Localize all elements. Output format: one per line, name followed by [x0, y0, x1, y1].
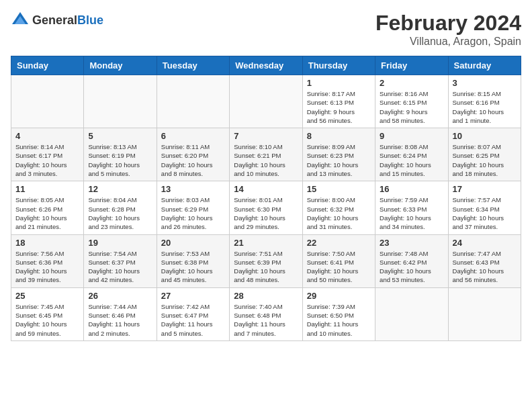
day-info: Sunrise: 8:16 AM Sunset: 6:15 PM Dayligh… — [380, 89, 443, 125]
location-title: Villanua, Aragon, Spain — [375, 36, 521, 48]
day-info: Sunrise: 7:45 AM Sunset: 6:45 PM Dayligh… — [15, 302, 79, 338]
day-number: 25 — [15, 291, 79, 301]
day-number: 27 — [161, 291, 225, 301]
day-info: Sunrise: 7:47 AM Sunset: 6:43 PM Dayligh… — [453, 249, 517, 285]
day-number: 24 — [453, 238, 517, 248]
day-info: Sunrise: 7:39 AM Sunset: 6:50 PM Dayligh… — [307, 302, 371, 338]
day-info: Sunrise: 7:50 AM Sunset: 6:41 PM Dayligh… — [307, 249, 371, 285]
header-thursday: Thursday — [302, 56, 375, 75]
day-info: Sunrise: 8:03 AM Sunset: 6:29 PM Dayligh… — [161, 195, 225, 231]
table-row: 10Sunrise: 8:07 AM Sunset: 6:25 PM Dayli… — [448, 128, 521, 181]
day-info: Sunrise: 8:13 AM Sunset: 6:19 PM Dayligh… — [88, 142, 152, 178]
table-row: 4Sunrise: 8:14 AM Sunset: 6:17 PM Daylig… — [11, 128, 84, 181]
logo-general: General — [32, 13, 77, 27]
table-row: 1Sunrise: 8:17 AM Sunset: 6:13 PM Daylig… — [302, 75, 375, 128]
table-row: 19Sunrise: 7:54 AM Sunset: 6:37 PM Dayli… — [84, 234, 157, 287]
header-saturday: Saturday — [448, 56, 521, 75]
day-number: 23 — [380, 238, 443, 248]
header-monday: Monday — [84, 56, 157, 75]
table-row: 25Sunrise: 7:45 AM Sunset: 6:45 PM Dayli… — [11, 287, 84, 340]
calendar-week-row: 1Sunrise: 8:17 AM Sunset: 6:13 PM Daylig… — [11, 75, 521, 128]
calendar-header-row: Sunday Monday Tuesday Wednesday Thursday… — [11, 56, 521, 75]
day-info: Sunrise: 7:59 AM Sunset: 6:33 PM Dayligh… — [380, 195, 443, 231]
day-info: Sunrise: 8:11 AM Sunset: 6:20 PM Dayligh… — [161, 142, 225, 178]
calendar-week-row: 11Sunrise: 8:05 AM Sunset: 6:26 PM Dayli… — [11, 181, 521, 234]
day-number: 18 — [15, 238, 79, 248]
day-number: 14 — [234, 184, 298, 194]
day-info: Sunrise: 8:08 AM Sunset: 6:24 PM Dayligh… — [380, 142, 443, 178]
day-info: Sunrise: 7:57 AM Sunset: 6:34 PM Dayligh… — [453, 195, 517, 231]
calendar-table: Sunday Monday Tuesday Wednesday Thursday… — [11, 56, 521, 341]
month-title: February 2024 — [375, 11, 521, 36]
day-info: Sunrise: 8:00 AM Sunset: 6:32 PM Dayligh… — [307, 195, 371, 231]
table-row — [448, 287, 521, 340]
table-row: 8Sunrise: 8:09 AM Sunset: 6:23 PM Daylig… — [302, 128, 375, 181]
header-wednesday: Wednesday — [230, 56, 302, 75]
table-row — [230, 75, 302, 128]
table-row: 16Sunrise: 7:59 AM Sunset: 6:33 PM Dayli… — [375, 181, 448, 234]
day-number: 5 — [88, 131, 152, 141]
logo-blue: Blue — [77, 13, 103, 27]
day-number: 9 — [380, 131, 443, 141]
day-number: 8 — [307, 131, 371, 141]
day-number: 16 — [380, 184, 443, 194]
day-info: Sunrise: 8:01 AM Sunset: 6:30 PM Dayligh… — [234, 195, 298, 231]
table-row — [11, 75, 84, 128]
day-number: 6 — [161, 131, 225, 141]
day-number: 3 — [453, 78, 517, 88]
table-row: 6Sunrise: 8:11 AM Sunset: 6:20 PM Daylig… — [157, 128, 229, 181]
day-info: Sunrise: 7:42 AM Sunset: 6:47 PM Dayligh… — [161, 302, 225, 338]
logo: GeneralBlue — [11, 11, 103, 30]
table-row: 9Sunrise: 8:08 AM Sunset: 6:24 PM Daylig… — [375, 128, 448, 181]
day-number: 4 — [15, 131, 79, 141]
table-row: 23Sunrise: 7:48 AM Sunset: 6:42 PM Dayli… — [375, 234, 448, 287]
table-row: 20Sunrise: 7:53 AM Sunset: 6:38 PM Dayli… — [157, 234, 229, 287]
header-tuesday: Tuesday — [157, 56, 229, 75]
table-row: 5Sunrise: 8:13 AM Sunset: 6:19 PM Daylig… — [84, 128, 157, 181]
day-number: 26 — [88, 291, 152, 301]
day-number: 1 — [307, 78, 371, 88]
day-number: 20 — [161, 238, 225, 248]
calendar-week-row: 25Sunrise: 7:45 AM Sunset: 6:45 PM Dayli… — [11, 287, 521, 340]
day-info: Sunrise: 7:56 AM Sunset: 6:36 PM Dayligh… — [15, 249, 79, 285]
day-number: 29 — [307, 291, 371, 301]
table-row: 14Sunrise: 8:01 AM Sunset: 6:30 PM Dayli… — [230, 181, 302, 234]
table-row: 27Sunrise: 7:42 AM Sunset: 6:47 PM Dayli… — [157, 287, 229, 340]
day-info: Sunrise: 8:09 AM Sunset: 6:23 PM Dayligh… — [307, 142, 371, 178]
header-sunday: Sunday — [11, 56, 84, 75]
day-info: Sunrise: 8:04 AM Sunset: 6:28 PM Dayligh… — [88, 195, 152, 231]
table-row: 15Sunrise: 8:00 AM Sunset: 6:32 PM Dayli… — [302, 181, 375, 234]
calendar-week-row: 18Sunrise: 7:56 AM Sunset: 6:36 PM Dayli… — [11, 234, 521, 287]
table-row: 3Sunrise: 8:15 AM Sunset: 6:16 PM Daylig… — [448, 75, 521, 128]
day-number: 22 — [307, 238, 371, 248]
day-info: Sunrise: 7:48 AM Sunset: 6:42 PM Dayligh… — [380, 249, 443, 285]
day-info: Sunrise: 7:53 AM Sunset: 6:38 PM Dayligh… — [161, 249, 225, 285]
day-info: Sunrise: 7:54 AM Sunset: 6:37 PM Dayligh… — [88, 249, 152, 285]
day-number: 10 — [453, 131, 517, 141]
table-row: 17Sunrise: 7:57 AM Sunset: 6:34 PM Dayli… — [448, 181, 521, 234]
day-info: Sunrise: 7:40 AM Sunset: 6:48 PM Dayligh… — [234, 302, 298, 338]
day-number: 11 — [15, 184, 79, 194]
day-info: Sunrise: 8:05 AM Sunset: 6:26 PM Dayligh… — [15, 195, 79, 231]
day-info: Sunrise: 8:15 AM Sunset: 6:16 PM Dayligh… — [453, 89, 517, 125]
day-info: Sunrise: 8:17 AM Sunset: 6:13 PM Dayligh… — [307, 89, 371, 125]
table-row: 11Sunrise: 8:05 AM Sunset: 6:26 PM Dayli… — [11, 181, 84, 234]
table-row — [375, 287, 448, 340]
table-row: 21Sunrise: 7:51 AM Sunset: 6:39 PM Dayli… — [230, 234, 302, 287]
logo-icon — [11, 11, 30, 30]
day-number: 19 — [88, 238, 152, 248]
table-row: 22Sunrise: 7:50 AM Sunset: 6:41 PM Dayli… — [302, 234, 375, 287]
title-block: February 2024 Villanua, Aragon, Spain — [375, 11, 521, 48]
day-number: 2 — [380, 78, 443, 88]
day-info: Sunrise: 8:07 AM Sunset: 6:25 PM Dayligh… — [453, 142, 517, 178]
day-number: 17 — [453, 184, 517, 194]
day-number: 13 — [161, 184, 225, 194]
day-info: Sunrise: 7:44 AM Sunset: 6:46 PM Dayligh… — [88, 302, 152, 338]
day-info: Sunrise: 8:10 AM Sunset: 6:21 PM Dayligh… — [234, 142, 298, 178]
table-row: 13Sunrise: 8:03 AM Sunset: 6:29 PM Dayli… — [157, 181, 229, 234]
table-row — [84, 75, 157, 128]
header-friday: Friday — [375, 56, 448, 75]
day-info: Sunrise: 8:14 AM Sunset: 6:17 PM Dayligh… — [15, 142, 79, 178]
table-row: 28Sunrise: 7:40 AM Sunset: 6:48 PM Dayli… — [230, 287, 302, 340]
day-info: Sunrise: 7:51 AM Sunset: 6:39 PM Dayligh… — [234, 249, 298, 285]
